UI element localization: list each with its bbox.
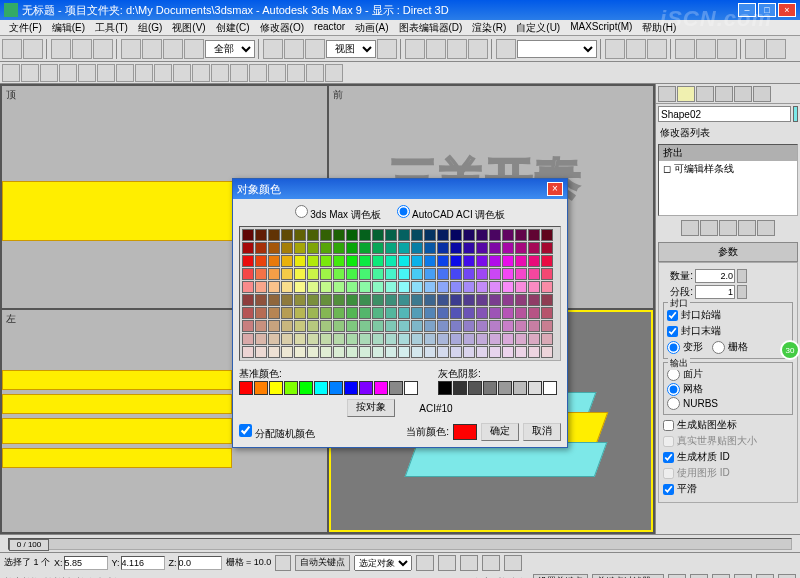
gray-swatch[interactable]: [498, 381, 512, 395]
modifier-stack[interactable]: 挤出 ◻ 可编辑样条线: [658, 144, 798, 216]
palette-cell[interactable]: [372, 229, 384, 241]
menu-item[interactable]: 渲染(R): [467, 20, 511, 35]
palette-cell[interactable]: [359, 268, 371, 280]
palette-cell[interactable]: [255, 320, 267, 332]
menu-item[interactable]: reactor: [309, 20, 350, 35]
basic-swatch[interactable]: [284, 381, 298, 395]
nav-maximize-button[interactable]: [778, 574, 796, 578]
scale-button[interactable]: [305, 39, 325, 59]
gray-swatch[interactable]: [528, 381, 542, 395]
palette-cell[interactable]: [489, 268, 501, 280]
palette-cell[interactable]: [372, 307, 384, 319]
palette-cell[interactable]: [268, 229, 280, 241]
palette-cell[interactable]: [515, 307, 527, 319]
palette-cell[interactable]: [450, 333, 462, 345]
palette-cell[interactable]: [476, 268, 488, 280]
palette-cell[interactable]: [320, 294, 332, 306]
palette-cell[interactable]: [489, 346, 501, 358]
palette-cell[interactable]: [281, 307, 293, 319]
palette-cell[interactable]: [489, 294, 501, 306]
reactor-btn-11[interactable]: [192, 64, 210, 82]
palette-cell[interactable]: [294, 307, 306, 319]
basic-swatch[interactable]: [359, 381, 373, 395]
palette-cell[interactable]: [541, 229, 553, 241]
palette-cell[interactable]: [372, 268, 384, 280]
palette-cell[interactable]: [489, 320, 501, 332]
cap-morph-radio[interactable]: [667, 341, 680, 354]
cap-start-check[interactable]: [667, 310, 678, 321]
next-frame-button[interactable]: [482, 555, 500, 571]
basic-swatch[interactable]: [254, 381, 268, 395]
palette-cell[interactable]: [346, 333, 358, 345]
dialog-close-button[interactable]: ×: [547, 182, 563, 196]
palette-cell[interactable]: [528, 320, 540, 332]
utilities-tab[interactable]: [753, 86, 771, 102]
menu-item[interactable]: 自定义(U): [511, 20, 565, 35]
rotate-button[interactable]: [284, 39, 304, 59]
palette-cell[interactable]: [411, 281, 423, 293]
palette-cell[interactable]: [333, 268, 345, 280]
y-field[interactable]: [121, 556, 165, 570]
palette-cell[interactable]: [281, 255, 293, 267]
basic-swatch[interactable]: [314, 381, 328, 395]
palette-cell[interactable]: [489, 242, 501, 254]
reactor-btn-8[interactable]: [135, 64, 153, 82]
palette-cell[interactable]: [450, 255, 462, 267]
palette-cell[interactable]: [502, 268, 514, 280]
palette-cell[interactable]: [541, 307, 553, 319]
palette-cell[interactable]: [268, 333, 280, 345]
palette-cell[interactable]: [437, 346, 449, 358]
spinner-snap-button[interactable]: [468, 39, 488, 59]
palette-cell[interactable]: [359, 294, 371, 306]
palette-cell[interactable]: [359, 320, 371, 332]
palette-cell[interactable]: [541, 242, 553, 254]
palette-cell[interactable]: [307, 242, 319, 254]
palette-cell[interactable]: [476, 229, 488, 241]
palette-cell[interactable]: [307, 346, 319, 358]
palette-cell[interactable]: [242, 307, 254, 319]
palette-cell[interactable]: [255, 242, 267, 254]
reactor-btn-17[interactable]: [306, 64, 324, 82]
palette-cell[interactable]: [307, 320, 319, 332]
reactor-btn-1[interactable]: [2, 64, 20, 82]
show-result-button[interactable]: [700, 220, 718, 236]
quick-render-button[interactable]: [766, 39, 786, 59]
modifier-item[interactable]: ◻ 可编辑样条线: [659, 161, 797, 177]
prev-frame-button[interactable]: [438, 555, 456, 571]
nav-pan-button[interactable]: [668, 574, 686, 578]
palette-cell[interactable]: [450, 346, 462, 358]
palette-cell[interactable]: [411, 229, 423, 241]
basic-swatch[interactable]: [374, 381, 388, 395]
gray-swatch[interactable]: [453, 381, 467, 395]
palette-cell[interactable]: [398, 346, 410, 358]
palette-cell[interactable]: [268, 242, 280, 254]
reactor-btn-6[interactable]: [97, 64, 115, 82]
select-button[interactable]: [121, 39, 141, 59]
maximize-button[interactable]: □: [758, 3, 776, 17]
material-editor-button[interactable]: [717, 39, 737, 59]
palette-cell[interactable]: [294, 320, 306, 332]
palette-cell[interactable]: [502, 307, 514, 319]
palette-cell[interactable]: [333, 281, 345, 293]
palette-cell[interactable]: [346, 242, 358, 254]
palette-cell[interactable]: [463, 255, 475, 267]
palette-cell[interactable]: [541, 320, 553, 332]
palette-cell[interactable]: [502, 294, 514, 306]
palette-cell[interactable]: [476, 346, 488, 358]
reactor-btn-18[interactable]: [325, 64, 343, 82]
palette-cell[interactable]: [502, 320, 514, 332]
hierarchy-tab[interactable]: [696, 86, 714, 102]
keymode-dropdown[interactable]: 选定对象: [354, 555, 412, 571]
palette-cell[interactable]: [528, 307, 540, 319]
reactor-btn-16[interactable]: [287, 64, 305, 82]
pin-stack-button[interactable]: [681, 220, 699, 236]
palette-cell[interactable]: [515, 346, 527, 358]
palette-cell[interactable]: [372, 346, 384, 358]
cap-end-check[interactable]: [667, 326, 678, 337]
menu-item[interactable]: 修改器(O): [255, 20, 309, 35]
palette-cell[interactable]: [359, 346, 371, 358]
menu-item[interactable]: 编辑(E): [47, 20, 90, 35]
palette-cell[interactable]: [411, 294, 423, 306]
basic-swatch[interactable]: [329, 381, 343, 395]
palette-cell[interactable]: [294, 242, 306, 254]
